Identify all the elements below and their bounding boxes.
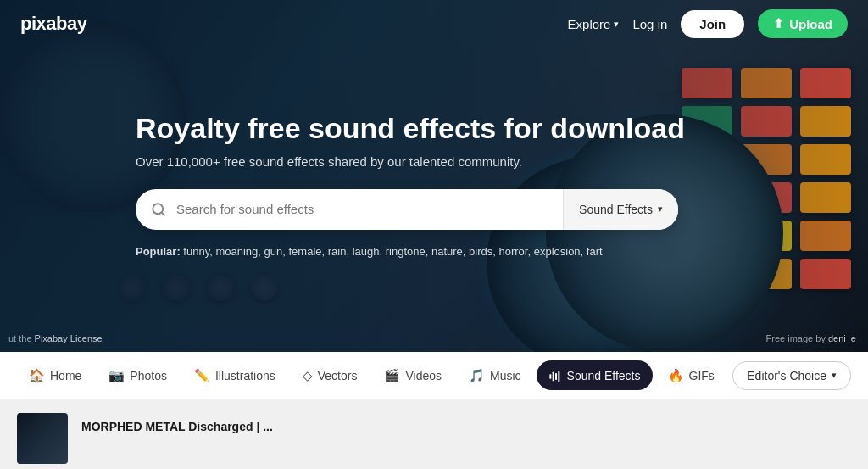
svg-line-1 [161, 212, 164, 215]
nav-tabs: 🏠 Home 📷 Photos ✏️ Illustrations ◇ Vecto… [0, 352, 868, 399]
popular-tags: Popular: funny, moaning, gun, female, ra… [136, 245, 712, 258]
hero-credit: Free image by deni_e [766, 333, 856, 343]
hero-license: ut the Pixabay License [8, 333, 103, 343]
join-button[interactable]: Join [681, 10, 744, 38]
search-input[interactable] [176, 202, 563, 216]
explore-button[interactable]: Explore ▾ [568, 17, 620, 31]
svg-rect-4 [555, 373, 557, 380]
tag-laugh[interactable]: laugh [353, 245, 380, 258]
tab-music[interactable]: 🎵 Music [457, 361, 533, 390]
tab-videos[interactable]: 🎬 Videos [372, 361, 453, 390]
track-thumbnail [17, 413, 68, 464]
tag-ringtone[interactable]: ringtone [386, 245, 426, 258]
tag-nature[interactable]: nature [431, 245, 463, 258]
hero-content: Royalty free sound effects for download … [136, 111, 712, 258]
chevron-down-icon: ▾ [614, 19, 619, 30]
tag-gun[interactable]: gun [264, 245, 283, 258]
tag-fart[interactable]: fart [587, 245, 603, 258]
camera-icon: 📷 [108, 368, 125, 383]
svg-rect-2 [549, 374, 551, 378]
tag-explosion[interactable]: explosion [534, 245, 581, 258]
tab-illustrations[interactable]: ✏️ Illustrations [182, 361, 287, 390]
tag-horror[interactable]: horror [498, 245, 527, 258]
upload-icon: ⬆ [773, 16, 784, 31]
pencil-icon: ✏️ [194, 368, 210, 383]
track-info: MORPHED METAL Discharged | ... [81, 413, 273, 433]
header-actions: Explore ▾ Log in Join ⬆ Upload [568, 9, 848, 38]
search-type-button[interactable]: Sound Effects ▾ [563, 189, 678, 230]
tag-rain[interactable]: rain [328, 245, 347, 258]
site-header: pixabay Explore ▾ Log in Join ⬆ Upload [0, 0, 868, 47]
tab-home[interactable]: 🏠 Home [17, 361, 93, 390]
login-button[interactable]: Log in [632, 17, 667, 31]
site-logo: pixabay [20, 13, 86, 35]
search-icon [136, 202, 176, 217]
tab-vectors[interactable]: ◇ Vectors [291, 361, 370, 390]
video-icon: 🎬 [384, 368, 400, 383]
fire-icon: 🔥 [668, 368, 684, 383]
music-icon: 🎵 [469, 368, 485, 383]
tag-moaning[interactable]: moaning [215, 245, 258, 258]
photographer-link[interactable]: deni_e [828, 333, 856, 343]
svg-rect-3 [552, 371, 554, 381]
tab-gifs[interactable]: 🔥 GIFs [656, 361, 726, 390]
tag-funny[interactable]: funny [183, 245, 209, 258]
vector-icon: ◇ [303, 368, 313, 383]
tag-female[interactable]: female [288, 245, 321, 258]
tab-photos[interactable]: 📷 Photos [97, 361, 179, 390]
editors-choice-chevron-icon: ▾ [832, 370, 837, 381]
pixabay-license-link[interactable]: Pixabay License [35, 333, 103, 343]
svg-rect-5 [558, 371, 559, 382]
content-area: MORPHED METAL Discharged | ... [0, 399, 868, 469]
hero-title: Royalty free sound effects for download [136, 111, 712, 146]
editors-choice-button[interactable]: Editor's Choice ▾ [732, 361, 851, 390]
hero-section: pixabay Explore ▾ Log in Join ⬆ Upload R… [0, 0, 868, 352]
tag-birds[interactable]: birds [469, 245, 492, 258]
tab-sound-effects[interactable]: Sound Effects [537, 360, 653, 389]
sound-effects-icon [548, 367, 562, 382]
track-title: MORPHED METAL Discharged | ... [81, 420, 273, 433]
dropdown-chevron-icon: ▾ [658, 204, 663, 215]
home-icon: 🏠 [29, 368, 45, 383]
hero-subtitle: Over 110,000+ free sound effects shared … [136, 154, 712, 169]
search-bar: Sound Effects ▾ [136, 189, 678, 230]
upload-button[interactable]: ⬆ Upload [758, 9, 848, 38]
